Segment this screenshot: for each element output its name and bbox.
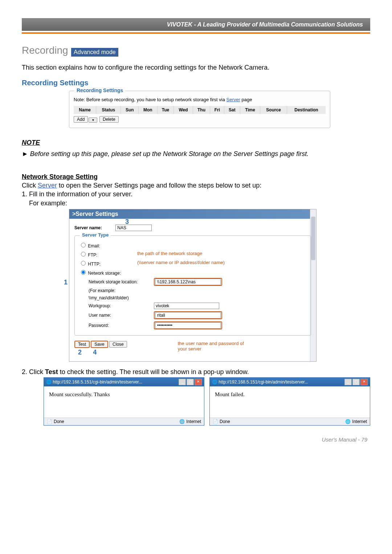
recording-settings-legend: Recording Settings	[74, 87, 125, 93]
ns-line1-pre: Click	[22, 182, 38, 189]
col-thu: Thu	[193, 106, 210, 114]
intro-text: This section explains how to configure t…	[22, 64, 370, 71]
col-sun: Sun	[121, 106, 139, 114]
note-heading: NOTE	[22, 139, 370, 147]
col-destination: Destination	[287, 106, 326, 114]
close-window-button-2[interactable]: ✕	[360, 379, 368, 385]
footer: User's Manual - 79	[22, 436, 370, 443]
server-settings-header: >Server Settings	[69, 209, 316, 219]
ftp-label: FTP:	[88, 253, 97, 258]
password-input[interactable]	[155, 322, 221, 329]
minimize-button-2[interactable]: _	[344, 379, 352, 385]
ftp-radio[interactable]	[81, 252, 86, 257]
status-internet-2: Internet	[352, 419, 367, 424]
brand-header: VIVOTEK - A Leading Provider of Multimed…	[22, 18, 370, 31]
delete-button[interactable]: Delete	[99, 116, 119, 123]
email-label: Email:	[88, 243, 100, 249]
server-name-label: Server name:	[74, 225, 114, 230]
annotation-1: 1	[64, 279, 68, 286]
username-label: User name:	[89, 313, 154, 318]
col-tue: Tue	[157, 106, 174, 114]
example-1: (For example:	[89, 288, 154, 293]
ns-line1-post: to open the Server Settings page and fol…	[57, 182, 261, 189]
status-internet: Internet	[186, 419, 201, 424]
col-sat: Sat	[224, 106, 240, 114]
userpw-annot-1: the user name and password of	[178, 341, 244, 346]
step2-post: to check the setting. The result will be…	[58, 368, 249, 376]
ns-line3: For example:	[22, 199, 370, 208]
server-type-fieldset: Server Type Email: FTP: the path of the …	[74, 235, 311, 336]
ie-icon: 🌐	[46, 379, 52, 385]
done-icon: 📄	[47, 419, 52, 424]
path-annot-2: (\\server name or IP address\folder name…	[137, 260, 225, 265]
page-title: Recording	[22, 45, 68, 56]
col-name: Name	[74, 106, 96, 114]
path-annot-1: the path of the network storage	[137, 251, 202, 256]
annotation-3: 3	[125, 218, 129, 226]
network-storage-heading: Network Storage Setting	[22, 172, 370, 181]
server-settings-panel: >Server Settings 3 Server name: Server T…	[69, 209, 317, 362]
status-done: Done	[54, 419, 64, 424]
recording-settings-fieldset: Recording Settings Note: Before setup re…	[69, 91, 330, 128]
server-link[interactable]: Server	[226, 97, 240, 102]
ns-line2: 1. Fill in the information of your serve…	[22, 190, 370, 198]
server-link-2[interactable]: Server	[38, 182, 57, 189]
note-body: ► Before setting up this page, please se…	[22, 150, 370, 158]
userpw-annot-2: your server	[178, 346, 244, 352]
internet-icon: 🌐	[179, 419, 185, 424]
http-label: HTTP:	[88, 262, 101, 267]
network-storage-label: Network storage:	[88, 271, 121, 276]
save-button[interactable]: Save	[91, 341, 108, 348]
http-radio[interactable]	[81, 261, 86, 266]
annotation-4: 4	[93, 349, 97, 356]
col-status: Status	[96, 106, 121, 114]
server-type-legend: Server Type	[80, 232, 111, 238]
maximize-button-2[interactable]: ▢	[352, 379, 360, 385]
popup-success: 🌐 http://192.168.5.151/cgi-bin/admin/tes…	[44, 377, 204, 426]
popup-fail: 🌐 http://192.168.5.151/cgi-bin/admin/tes…	[209, 377, 370, 426]
scrollbar-thumb[interactable]	[311, 217, 315, 260]
example-2: \\my_nas\disk\folder)	[89, 295, 154, 300]
col-source: Source	[260, 106, 287, 114]
workgroup-input[interactable]	[154, 303, 219, 309]
internet-icon-2: 🌐	[345, 419, 351, 424]
minimize-button[interactable]: _	[179, 379, 186, 385]
location-label: Network storage location:	[89, 279, 154, 284]
divider-orange	[22, 32, 370, 34]
popup-title-text: http://192.168.5.151/cgi-bin/admin/tests…	[53, 379, 142, 385]
test-button[interactable]: Test	[74, 341, 90, 348]
step2-bold: Test	[45, 368, 58, 376]
network-storage-radio[interactable]	[81, 270, 86, 275]
close-window-button[interactable]: ✕	[195, 379, 202, 385]
workgroup-label: Workgroup:	[89, 303, 154, 308]
close-button[interactable]: Close	[109, 341, 127, 348]
col-mon: Mon	[139, 106, 158, 114]
popup-title-text-2: http://192.168.5.151/cgi-bin/admin/tests…	[219, 379, 308, 385]
recording-note: Note: Before setup recording, you have t…	[74, 97, 326, 102]
col-fri: Fri	[210, 106, 224, 114]
col-wed: Wed	[174, 106, 193, 114]
email-radio[interactable]	[81, 243, 86, 247]
maximize-button[interactable]: ▢	[187, 379, 194, 385]
server-name-input[interactable]	[115, 225, 152, 231]
done-icon-2: 📄	[213, 419, 218, 424]
mode-badge: Advanced mode	[71, 48, 118, 57]
popup-success-body: Mount successfully. Thanks	[44, 386, 204, 418]
note-prefix: Note: Before setup recording, you have t…	[74, 97, 226, 102]
add-button[interactable]: Add	[74, 116, 88, 123]
recording-table: Name Status Sun Mon Tue Wed Thu Fri Sat …	[74, 106, 326, 114]
add-dropdown[interactable]: ▾	[89, 118, 97, 123]
note-suffix: page	[240, 97, 252, 102]
step2-pre: 2. Click	[22, 368, 45, 376]
popup-fail-body: Mount failed.	[210, 386, 370, 418]
annotation-2: 2	[78, 349, 82, 356]
location-input[interactable]	[155, 279, 221, 285]
col-time: Time	[240, 106, 260, 114]
password-label: Password:	[89, 323, 154, 328]
username-input[interactable]	[155, 312, 221, 319]
ie-icon: 🌐	[212, 379, 217, 385]
sub-heading: Recording Settings	[22, 79, 370, 87]
status-done-2: Done	[220, 419, 230, 424]
